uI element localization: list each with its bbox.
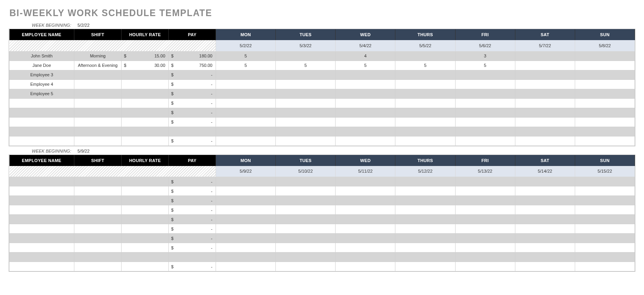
hours-cell[interactable]: [455, 136, 515, 146]
hours-cell[interactable]: 5: [216, 51, 276, 61]
hours-cell[interactable]: [575, 70, 635, 79]
hourly-rate-cell[interactable]: [122, 70, 169, 79]
hours-cell[interactable]: [455, 196, 515, 205]
shift-cell[interactable]: Morning: [74, 51, 122, 61]
hours-cell[interactable]: 5: [395, 61, 455, 70]
hours-cell[interactable]: [276, 136, 336, 146]
hours-cell[interactable]: [395, 79, 455, 89]
employee-name-cell[interactable]: John Smith: [9, 51, 74, 61]
hours-cell[interactable]: [395, 186, 455, 196]
hours-cell[interactable]: [455, 108, 515, 117]
hours-cell[interactable]: [216, 224, 276, 234]
hours-cell[interactable]: [515, 108, 575, 117]
date-cell[interactable]: 5/12/22: [395, 166, 455, 177]
hours-cell[interactable]: [216, 136, 276, 146]
pay-cell[interactable]: $-: [169, 196, 216, 205]
date-cell[interactable]: 5/3/22: [276, 40, 336, 51]
hours-cell[interactable]: [216, 89, 276, 98]
hours-cell[interactable]: [395, 177, 455, 186]
employee-name-cell[interactable]: [9, 253, 74, 262]
hours-cell[interactable]: [276, 89, 336, 98]
hours-cell[interactable]: [455, 205, 515, 215]
hours-cell[interactable]: [395, 253, 455, 262]
hours-cell[interactable]: [216, 215, 276, 224]
employee-name-cell[interactable]: [9, 243, 74, 253]
hourly-rate-cell[interactable]: [122, 234, 169, 243]
hours-cell[interactable]: [395, 98, 455, 108]
hours-cell[interactable]: [455, 70, 515, 79]
employee-name-cell[interactable]: Employee 5: [9, 89, 74, 98]
pay-cell[interactable]: [169, 253, 216, 262]
hours-cell[interactable]: [575, 186, 635, 196]
hours-cell[interactable]: [455, 215, 515, 224]
hours-cell[interactable]: [395, 89, 455, 98]
pay-cell[interactable]: [169, 127, 216, 136]
hours-cell[interactable]: [216, 243, 276, 253]
hourly-rate-cell[interactable]: [122, 186, 169, 196]
hours-cell[interactable]: [276, 70, 336, 79]
pay-cell[interactable]: $-: [169, 89, 216, 98]
date-cell[interactable]: 5/11/22: [336, 166, 395, 177]
hourly-rate-cell[interactable]: [122, 253, 169, 262]
hours-cell[interactable]: [276, 108, 336, 117]
hourly-rate-cell[interactable]: [122, 177, 169, 186]
hours-cell[interactable]: [336, 196, 395, 205]
hourly-rate-cell[interactable]: [122, 117, 169, 127]
hours-cell[interactable]: [515, 127, 575, 136]
hourly-rate-cell[interactable]: [122, 205, 169, 215]
hourly-rate-cell[interactable]: [122, 98, 169, 108]
employee-name-cell[interactable]: [9, 224, 74, 234]
hours-cell[interactable]: [395, 215, 455, 224]
pay-cell[interactable]: $-: [169, 243, 216, 253]
hours-cell[interactable]: [515, 243, 575, 253]
hours-cell[interactable]: 5: [455, 61, 515, 70]
employee-name-cell[interactable]: [9, 127, 74, 136]
shift-cell[interactable]: [74, 205, 122, 215]
pay-cell[interactable]: $-: [169, 262, 216, 271]
employee-name-cell[interactable]: [9, 136, 74, 146]
hours-cell[interactable]: [336, 186, 395, 196]
hours-cell[interactable]: [216, 234, 276, 243]
pay-cell[interactable]: $750.00: [169, 61, 216, 70]
shift-cell[interactable]: [74, 224, 122, 234]
hours-cell[interactable]: [515, 51, 575, 61]
hours-cell[interactable]: [216, 70, 276, 79]
hours-cell[interactable]: 5: [336, 61, 395, 70]
hours-cell[interactable]: [575, 127, 635, 136]
hours-cell[interactable]: [336, 177, 395, 186]
hours-cell[interactable]: [515, 61, 575, 70]
hours-cell[interactable]: [575, 79, 635, 89]
date-cell[interactable]: 5/7/22: [515, 40, 575, 51]
hours-cell[interactable]: [575, 196, 635, 205]
date-cell[interactable]: 5/2/22: [216, 40, 276, 51]
date-cell[interactable]: 5/15/22: [575, 166, 635, 177]
hours-cell[interactable]: [515, 234, 575, 243]
hours-cell[interactable]: [216, 253, 276, 262]
pay-cell[interactable]: $-: [169, 70, 216, 79]
hours-cell[interactable]: [575, 224, 635, 234]
pay-cell[interactable]: $-: [169, 186, 216, 196]
shift-cell[interactable]: [74, 186, 122, 196]
hours-cell[interactable]: [395, 234, 455, 243]
hours-cell[interactable]: [276, 224, 336, 234]
pay-cell[interactable]: $-: [169, 117, 216, 127]
hours-cell[interactable]: [575, 253, 635, 262]
hours-cell[interactable]: [336, 262, 395, 271]
hours-cell[interactable]: [336, 215, 395, 224]
pay-cell[interactable]: $-: [169, 136, 216, 146]
date-cell[interactable]: 5/14/22: [515, 166, 575, 177]
shift-cell[interactable]: [74, 262, 122, 271]
hours-cell[interactable]: [336, 243, 395, 253]
date-cell[interactable]: 5/5/22: [395, 40, 455, 51]
hours-cell[interactable]: [276, 79, 336, 89]
hours-cell[interactable]: [455, 186, 515, 196]
employee-name-cell[interactable]: [9, 108, 74, 117]
pay-cell[interactable]: $-: [169, 98, 216, 108]
hours-cell[interactable]: [455, 224, 515, 234]
week-beginning-date[interactable]: 5/2/22: [74, 22, 635, 29]
hourly-rate-cell[interactable]: [122, 127, 169, 136]
hours-cell[interactable]: 5: [216, 61, 276, 70]
shift-cell[interactable]: [74, 89, 122, 98]
shift-cell[interactable]: [74, 108, 122, 117]
hours-cell[interactable]: [216, 262, 276, 271]
